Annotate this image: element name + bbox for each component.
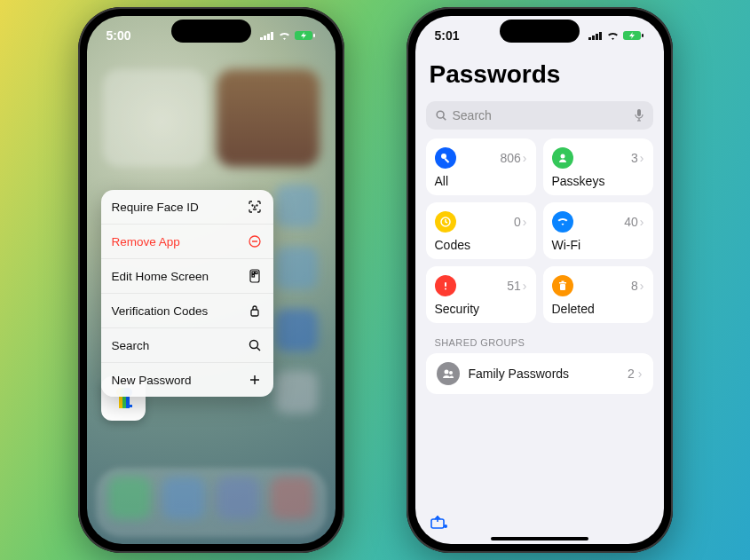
card-deleted[interactable]: 8› Deleted bbox=[543, 266, 653, 323]
svg-point-47 bbox=[449, 371, 453, 375]
group-row-family[interactable]: Family Passwords 2› bbox=[426, 353, 653, 394]
chevron-right-icon: › bbox=[523, 215, 527, 229]
menu-item-remove-app[interactable]: Remove App bbox=[101, 225, 273, 259]
widget-placeholder bbox=[103, 69, 206, 167]
background-app-icon bbox=[275, 247, 318, 289]
menu-item-new-password[interactable]: New Password bbox=[101, 363, 273, 397]
passwords-app: 5:01 Passwords Search bbox=[415, 16, 664, 544]
chevron-right-icon: › bbox=[523, 279, 527, 293]
search-input[interactable]: Search bbox=[426, 101, 653, 130]
context-menu: Require Face ID Remove App Edit Home Scr… bbox=[101, 190, 273, 397]
dock-app-icon bbox=[271, 477, 313, 519]
category-grid: 806› All 3› Passkeys bbox=[415, 138, 664, 323]
menu-item-search[interactable]: Search bbox=[101, 328, 273, 363]
card-count: 51 bbox=[507, 279, 521, 293]
background-app-icon bbox=[275, 309, 318, 351]
card-count: 3 bbox=[631, 151, 638, 165]
svg-line-35 bbox=[443, 117, 446, 120]
trash-icon bbox=[552, 275, 573, 296]
card-codes[interactable]: 0› Codes bbox=[426, 202, 536, 259]
menu-item-require-faceid[interactable]: Require Face ID bbox=[101, 190, 273, 225]
mic-icon[interactable] bbox=[634, 108, 644, 122]
card-security[interactable]: 51› Security bbox=[426, 266, 536, 323]
svg-point-15 bbox=[249, 341, 257, 349]
page-title: Passwords bbox=[430, 60, 650, 89]
svg-rect-29 bbox=[592, 35, 595, 40]
menu-item-label: Search bbox=[112, 339, 150, 352]
cellular-icon bbox=[260, 31, 274, 40]
card-all[interactable]: 806› All bbox=[426, 138, 536, 195]
menu-item-edit-home[interactable]: Edit Home Screen bbox=[101, 259, 273, 294]
card-label: Passkeys bbox=[552, 174, 644, 188]
dynamic-island bbox=[171, 20, 251, 43]
card-wifi[interactable]: 40› Wi-Fi bbox=[543, 202, 653, 259]
battery-charging-icon bbox=[295, 30, 316, 41]
status-time: 5:00 bbox=[107, 28, 131, 43]
menu-item-verification-codes[interactable]: Verification Codes bbox=[101, 294, 273, 328]
menu-item-label: Verification Codes bbox=[112, 304, 209, 318]
home-indicator[interactable] bbox=[491, 537, 588, 540]
svg-rect-27 bbox=[126, 405, 132, 407]
group-count: 2 bbox=[628, 367, 635, 381]
svg-rect-45 bbox=[561, 281, 564, 283]
status-time: 5:01 bbox=[435, 28, 460, 43]
widget-placeholder bbox=[217, 69, 320, 167]
svg-rect-38 bbox=[444, 158, 449, 163]
group-icon bbox=[437, 362, 460, 385]
svg-point-7 bbox=[257, 205, 257, 206]
menu-item-label: New Password bbox=[112, 374, 192, 387]
search-icon bbox=[435, 109, 447, 122]
chevron-right-icon: › bbox=[523, 151, 527, 165]
svg-rect-28 bbox=[588, 37, 591, 40]
card-count: 8 bbox=[631, 279, 638, 293]
card-label: Wi-Fi bbox=[552, 238, 644, 252]
wifi-icon bbox=[552, 211, 573, 233]
search-placeholder: Search bbox=[453, 108, 628, 122]
card-count: 40 bbox=[624, 215, 638, 229]
group-label: Family Passwords bbox=[469, 367, 620, 381]
background-app-icon bbox=[275, 371, 318, 414]
iphone-frame-right: 5:01 Passwords Search bbox=[407, 7, 673, 553]
cellular-icon bbox=[588, 31, 603, 40]
svg-rect-1 bbox=[264, 35, 266, 40]
svg-point-49 bbox=[444, 525, 447, 528]
svg-rect-41 bbox=[445, 282, 446, 287]
svg-rect-44 bbox=[559, 282, 566, 284]
card-label: Codes bbox=[435, 238, 527, 252]
svg-point-46 bbox=[444, 370, 448, 375]
alert-icon bbox=[435, 275, 456, 296]
svg-point-6 bbox=[252, 205, 253, 206]
svg-rect-36 bbox=[637, 109, 641, 116]
svg-point-42 bbox=[445, 288, 446, 290]
import-button[interactable] bbox=[430, 514, 449, 533]
svg-rect-33 bbox=[642, 34, 643, 37]
svg-point-39 bbox=[560, 154, 564, 159]
menu-item-label: Remove App bbox=[112, 235, 180, 248]
dynamic-island bbox=[500, 20, 580, 43]
svg-point-34 bbox=[437, 111, 444, 118]
svg-rect-30 bbox=[596, 34, 598, 40]
card-passkeys[interactable]: 3› Passkeys bbox=[543, 138, 653, 195]
wifi-icon bbox=[278, 31, 291, 41]
remove-icon bbox=[247, 233, 263, 249]
shared-groups-header: SHARED GROUPS bbox=[415, 323, 664, 353]
dock-app-icon bbox=[162, 477, 205, 519]
svg-rect-11 bbox=[252, 272, 255, 274]
svg-line-16 bbox=[257, 348, 260, 351]
card-label: Security bbox=[435, 302, 527, 316]
svg-rect-5 bbox=[313, 34, 315, 37]
chevron-right-icon: › bbox=[640, 151, 644, 165]
key-icon bbox=[435, 147, 456, 169]
svg-rect-14 bbox=[251, 310, 258, 316]
svg-rect-3 bbox=[271, 32, 273, 40]
person-icon bbox=[552, 147, 573, 169]
wifi-icon bbox=[606, 31, 620, 41]
svg-rect-13 bbox=[252, 275, 255, 278]
chevron-right-icon: › bbox=[640, 279, 644, 293]
lock-icon bbox=[247, 303, 263, 319]
card-count: 806 bbox=[500, 151, 520, 165]
faceid-icon bbox=[247, 199, 263, 215]
edit-screen-icon bbox=[247, 268, 263, 284]
dock-app-icon bbox=[217, 477, 259, 519]
card-label: Deleted bbox=[552, 302, 644, 316]
